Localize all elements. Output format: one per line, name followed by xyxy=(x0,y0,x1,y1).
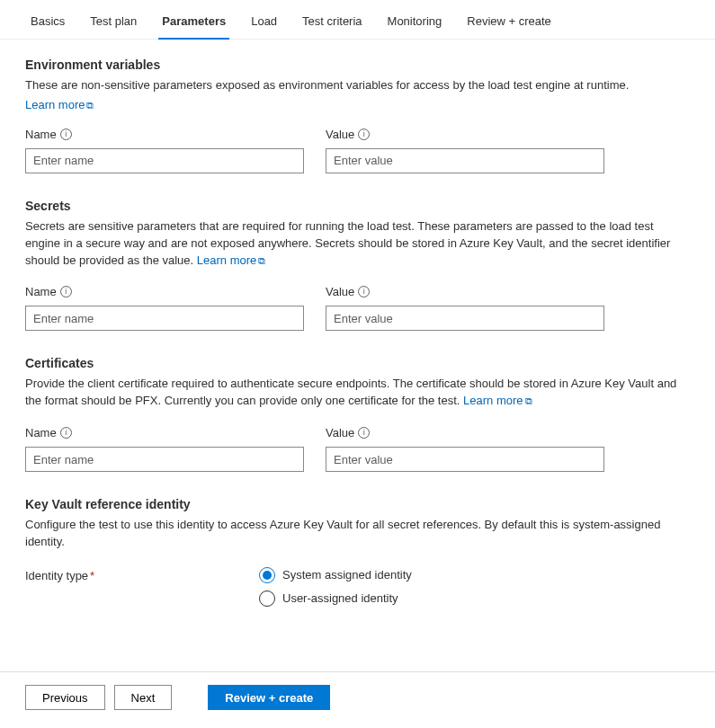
radio-user-assigned-label: User-assigned identity xyxy=(282,591,398,605)
info-icon[interactable]: i xyxy=(60,129,72,140)
keyvault-title: Key Vault reference identity xyxy=(25,497,690,511)
radio-icon xyxy=(259,590,275,607)
info-icon[interactable]: i xyxy=(358,286,370,297)
keyvault-section: Key Vault reference identity Configure t… xyxy=(25,497,690,607)
secrets-title: Secrets xyxy=(25,199,690,213)
tab-load[interactable]: Load xyxy=(238,7,290,39)
certs-title: Certificates xyxy=(25,356,690,370)
tab-parameters[interactable]: Parameters xyxy=(149,7,238,39)
secrets-section: Secrets Secrets are sensitive parameters… xyxy=(25,199,690,332)
content-area: Environment variables These are non-sens… xyxy=(0,40,715,607)
certs-section: Certificates Provide the client certific… xyxy=(25,356,690,472)
tab-basics[interactable]: Basics xyxy=(18,7,77,39)
keyvault-desc: Configure the test to use this identity … xyxy=(25,517,690,551)
secrets-desc: Secrets are sensitive parameters that ar… xyxy=(25,218,690,270)
secrets-learn-more-link[interactable]: Learn more⧉ xyxy=(197,253,265,267)
env-vars-desc: These are non-sensitive parameters expos… xyxy=(25,77,690,94)
previous-button[interactable]: Previous xyxy=(25,685,105,710)
certs-name-label: Name xyxy=(25,426,57,439)
secrets-value-label: Value xyxy=(326,285,354,298)
env-name-input[interactable] xyxy=(25,148,304,173)
env-value-label: Value xyxy=(326,128,354,141)
info-icon[interactable]: i xyxy=(358,129,370,140)
secrets-value-input[interactable] xyxy=(326,306,604,331)
identity-type-label: Identity type xyxy=(25,569,88,582)
external-link-icon: ⧉ xyxy=(258,255,265,266)
external-link-icon: ⧉ xyxy=(525,395,532,406)
required-star-icon: * xyxy=(90,569,94,582)
certs-learn-more-link[interactable]: Learn more⧉ xyxy=(463,394,532,407)
tab-test-plan[interactable]: Test plan xyxy=(77,7,149,39)
review-create-button[interactable]: Review + create xyxy=(208,685,330,710)
env-name-label: Name xyxy=(25,128,57,141)
radio-icon xyxy=(259,567,275,583)
tab-review-create[interactable]: Review + create xyxy=(454,7,564,39)
radio-system-assigned-label: System assigned identity xyxy=(282,568,412,582)
certs-value-label: Value xyxy=(326,426,354,439)
env-vars-title: Environment variables xyxy=(25,58,690,72)
next-button[interactable]: Next xyxy=(114,685,173,710)
external-link-icon: ⧉ xyxy=(86,100,94,111)
radio-system-assigned[interactable]: System assigned identity xyxy=(259,567,412,583)
env-vars-learn-more-link[interactable]: Learn more⧉ xyxy=(25,98,94,111)
certs-value-input[interactable] xyxy=(326,447,604,472)
tab-bar: Basics Test plan Parameters Load Test cr… xyxy=(0,0,715,40)
certs-desc: Provide the client certificate required … xyxy=(25,376,690,410)
secrets-name-label: Name xyxy=(25,285,57,298)
footer-bar: Previous Next Review + create xyxy=(0,671,715,728)
identity-type-radio-group: System assigned identity User-assigned i… xyxy=(259,567,412,607)
learn-more-text: Learn more xyxy=(25,98,85,111)
info-icon[interactable]: i xyxy=(60,286,72,297)
learn-more-text: Learn more xyxy=(463,394,523,407)
radio-user-assigned[interactable]: User-assigned identity xyxy=(259,590,412,607)
info-icon[interactable]: i xyxy=(358,427,370,439)
env-value-input[interactable] xyxy=(326,148,604,173)
tab-test-criteria[interactable]: Test criteria xyxy=(290,7,374,39)
env-vars-section: Environment variables These are non-sens… xyxy=(25,58,690,173)
certs-name-input[interactable] xyxy=(25,447,304,472)
learn-more-text: Learn more xyxy=(197,253,256,267)
tab-monitoring[interactable]: Monitoring xyxy=(375,7,455,39)
info-icon[interactable]: i xyxy=(60,427,72,439)
secrets-name-input[interactable] xyxy=(25,306,304,331)
